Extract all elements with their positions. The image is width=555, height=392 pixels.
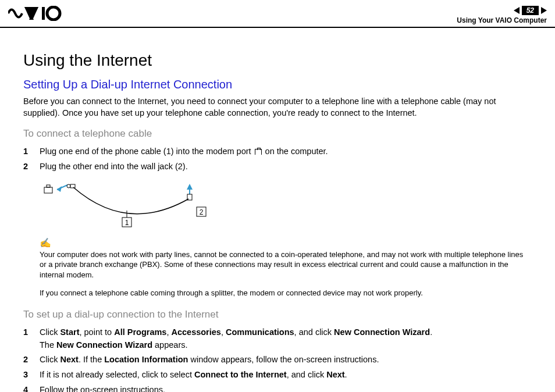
modem-port-icon xyxy=(255,149,262,155)
step-text: Plug the other end into the wall jack (2… xyxy=(40,161,532,173)
step-text: Plug one end of the phone cable (1) into… xyxy=(40,145,532,158)
diagram-label-2: 2 xyxy=(200,208,204,216)
page-header: 52 Using Your VAIO Computer xyxy=(0,0,555,28)
step-number: 1 xyxy=(23,326,40,352)
list-item: 1Plug one end of the phone cable (1) int… xyxy=(23,145,532,158)
svg-point-11 xyxy=(67,184,70,188)
list-item: 2Plug the other end into the wall jack (… xyxy=(23,161,532,173)
vaio-logo xyxy=(8,6,72,24)
diagram-label-1: 1 xyxy=(125,219,129,227)
note-block-1: ✍ Your computer does not work with party… xyxy=(40,237,532,280)
note-text-2: If you connect a telephone cable coming … xyxy=(40,288,532,298)
prev-page-arrow-icon[interactable] xyxy=(514,7,520,14)
svg-rect-5 xyxy=(47,185,50,187)
list-item: 1Click Start, point to All Programs, Acc… xyxy=(23,326,532,352)
svg-marker-9 xyxy=(187,184,193,190)
list-item: 2Click Next. If the Location Information… xyxy=(23,354,532,366)
step-text: Click Next. If the Location Information … xyxy=(40,354,532,366)
cable-diagram: 1 2 xyxy=(40,181,214,228)
section2-heading: To set up a dial-up connection to the In… xyxy=(23,309,532,320)
section2-steps: 1Click Start, point to All Programs, Acc… xyxy=(23,326,532,392)
page-content: Using the Internet Setting Up a Dial-up … xyxy=(0,28,555,392)
section-subtitle: Setting Up a Dial-up Internet Connection xyxy=(23,78,532,91)
step-text: If it is not already selected, click to … xyxy=(40,369,532,382)
step-number: 4 xyxy=(23,384,40,392)
page-title: Using the Internet xyxy=(23,51,532,70)
step-number: 2 xyxy=(23,161,40,173)
step-number: 3 xyxy=(23,369,40,382)
breadcrumb: Using Your VAIO Computer xyxy=(457,16,547,24)
list-item: 4Follow the on-screen instructions. xyxy=(23,384,532,392)
step-number: 1 xyxy=(23,145,40,158)
section1-heading: To connect a telephone cable xyxy=(23,128,532,140)
intro-paragraph: Before you can connect to the Internet, … xyxy=(23,96,532,119)
svg-point-3 xyxy=(47,7,60,20)
page-number: 52 xyxy=(522,6,539,15)
page-navigation: 52 xyxy=(457,6,547,15)
svg-rect-12 xyxy=(70,184,75,188)
note-icon: ✍ xyxy=(40,237,51,248)
step-text: Click Start, point to All Programs, Acce… xyxy=(40,326,532,352)
list-item: 3If it is not already selected, click to… xyxy=(23,369,532,382)
section1-steps: 1Plug one end of the phone cable (1) int… xyxy=(23,145,532,173)
step-text: Follow the on-screen instructions. xyxy=(40,384,532,392)
svg-rect-2 xyxy=(42,7,45,20)
svg-rect-4 xyxy=(44,187,52,193)
note-text-1: Your computer does not work with party l… xyxy=(40,250,532,280)
next-page-arrow-icon[interactable] xyxy=(541,7,547,14)
header-right: 52 Using Your VAIO Computer xyxy=(457,6,547,24)
step-number: 2 xyxy=(23,354,40,366)
